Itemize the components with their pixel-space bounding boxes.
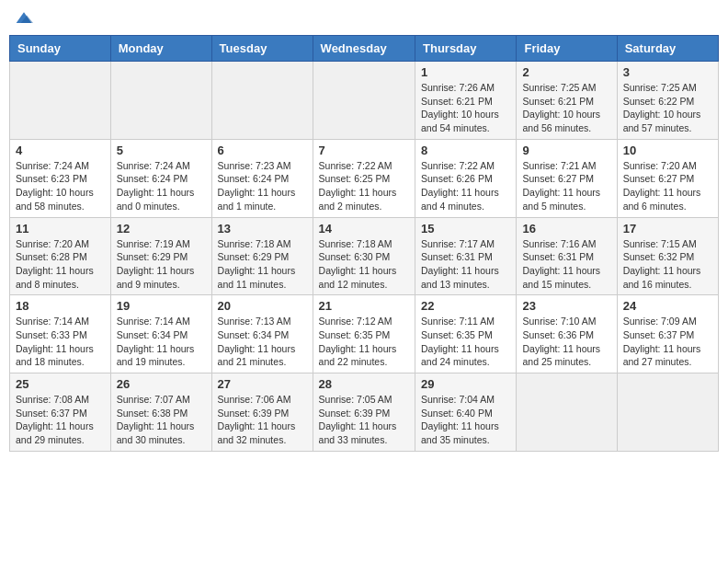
day-number: 25	[16, 377, 105, 391]
calendar-cell: 16Sunrise: 7:16 AM Sunset: 6:31 PM Dayli…	[517, 217, 617, 295]
day-number: 15	[421, 222, 510, 236]
calendar-cell: 25Sunrise: 7:08 AM Sunset: 6:37 PM Dayli…	[10, 373, 111, 452]
day-number: 22	[421, 299, 510, 313]
day-number: 6	[218, 144, 307, 157]
day-header-tuesday: Tuesday	[211, 36, 313, 62]
calendar-cell: 12Sunrise: 7:19 AM Sunset: 6:29 PM Dayli…	[110, 217, 211, 295]
calendar-cell: 24Sunrise: 7:09 AM Sunset: 6:37 PM Dayli…	[617, 295, 718, 373]
calendar-week-row: 4Sunrise: 7:24 AM Sunset: 6:23 PM Daylig…	[10, 139, 719, 217]
day-info: Sunrise: 7:19 AM Sunset: 6:29 PM Dayligh…	[117, 237, 206, 292]
calendar-cell	[617, 373, 718, 452]
calendar-cell: 5Sunrise: 7:24 AM Sunset: 6:24 PM Daylig…	[110, 139, 211, 217]
day-info: Sunrise: 7:26 AM Sunset: 6:21 PM Dayligh…	[421, 81, 510, 135]
calendar-cell: 23Sunrise: 7:10 AM Sunset: 6:36 PM Dayli…	[517, 295, 617, 373]
calendar-cell: 28Sunrise: 7:05 AM Sunset: 6:39 PM Dayli…	[313, 373, 415, 452]
logo-icon	[15, 9, 33, 28]
day-number: 21	[319, 299, 409, 313]
day-info: Sunrise: 7:24 AM Sunset: 6:23 PM Dayligh…	[16, 159, 105, 213]
day-info: Sunrise: 7:18 AM Sunset: 6:29 PM Dayligh…	[218, 237, 307, 292]
day-header-friday: Friday	[517, 36, 617, 62]
calendar-cell: 7Sunrise: 7:22 AM Sunset: 6:25 PM Daylig…	[313, 139, 415, 217]
day-header-wednesday: Wednesday	[313, 36, 415, 62]
day-info: Sunrise: 7:15 AM Sunset: 6:32 PM Dayligh…	[623, 237, 712, 292]
calendar-cell: 15Sunrise: 7:17 AM Sunset: 6:31 PM Dayli…	[415, 217, 517, 295]
calendar-week-row: 25Sunrise: 7:08 AM Sunset: 6:37 PM Dayli…	[10, 373, 719, 452]
day-info: Sunrise: 7:09 AM Sunset: 6:37 PM Dayligh…	[623, 315, 712, 369]
day-number: 27	[218, 377, 307, 391]
calendar-cell: 18Sunrise: 7:14 AM Sunset: 6:33 PM Dayli…	[10, 295, 111, 373]
calendar-header-row: SundayMondayTuesdayWednesdayThursdayFrid…	[10, 36, 719, 62]
calendar-cell: 6Sunrise: 7:23 AM Sunset: 6:24 PM Daylig…	[211, 139, 313, 217]
day-info: Sunrise: 7:08 AM Sunset: 6:37 PM Dayligh…	[16, 393, 105, 447]
calendar-cell: 20Sunrise: 7:13 AM Sunset: 6:34 PM Dayli…	[211, 295, 313, 373]
day-number: 7	[319, 144, 409, 157]
calendar-cell: 4Sunrise: 7:24 AM Sunset: 6:23 PM Daylig…	[10, 139, 111, 217]
calendar-cell: 29Sunrise: 7:04 AM Sunset: 6:40 PM Dayli…	[415, 373, 517, 452]
day-info: Sunrise: 7:20 AM Sunset: 6:27 PM Dayligh…	[623, 159, 712, 213]
day-header-saturday: Saturday	[617, 36, 718, 62]
day-info: Sunrise: 7:25 AM Sunset: 6:22 PM Dayligh…	[623, 81, 712, 135]
day-info: Sunrise: 7:20 AM Sunset: 6:28 PM Dayligh…	[16, 237, 105, 292]
day-number: 10	[623, 144, 712, 157]
day-number: 8	[421, 144, 510, 157]
day-number: 17	[623, 222, 712, 236]
day-info: Sunrise: 7:16 AM Sunset: 6:31 PM Dayligh…	[522, 237, 610, 292]
calendar-cell: 17Sunrise: 7:15 AM Sunset: 6:32 PM Dayli…	[617, 217, 718, 295]
calendar-cell: 9Sunrise: 7:21 AM Sunset: 6:27 PM Daylig…	[517, 139, 617, 217]
day-info: Sunrise: 7:14 AM Sunset: 6:33 PM Dayligh…	[16, 315, 105, 369]
day-info: Sunrise: 7:05 AM Sunset: 6:39 PM Dayligh…	[319, 393, 409, 447]
calendar-cell: 21Sunrise: 7:12 AM Sunset: 6:35 PM Dayli…	[313, 295, 415, 373]
day-number: 12	[117, 222, 206, 236]
calendar-cell: 19Sunrise: 7:14 AM Sunset: 6:34 PM Dayli…	[110, 295, 211, 373]
day-info: Sunrise: 7:06 AM Sunset: 6:39 PM Dayligh…	[218, 393, 307, 447]
day-number: 14	[319, 222, 409, 236]
day-number: 4	[16, 144, 105, 157]
calendar-cell: 13Sunrise: 7:18 AM Sunset: 6:29 PM Dayli…	[211, 217, 313, 295]
calendar-week-row: 1Sunrise: 7:26 AM Sunset: 6:21 PM Daylig…	[10, 62, 719, 140]
calendar-cell	[313, 62, 415, 140]
day-number: 20	[218, 299, 307, 313]
calendar-cell: 3Sunrise: 7:25 AM Sunset: 6:22 PM Daylig…	[617, 62, 718, 140]
day-number: 3	[623, 65, 712, 79]
page-header	[9, 9, 719, 28]
day-info: Sunrise: 7:11 AM Sunset: 6:35 PM Dayligh…	[421, 315, 510, 369]
day-number: 5	[117, 144, 206, 157]
day-number: 2	[522, 65, 610, 79]
day-header-thursday: Thursday	[415, 36, 517, 62]
calendar-cell: 2Sunrise: 7:25 AM Sunset: 6:21 PM Daylig…	[517, 62, 617, 140]
calendar-cell: 8Sunrise: 7:22 AM Sunset: 6:26 PM Daylig…	[415, 139, 517, 217]
day-info: Sunrise: 7:07 AM Sunset: 6:38 PM Dayligh…	[117, 393, 206, 447]
calendar-week-row: 11Sunrise: 7:20 AM Sunset: 6:28 PM Dayli…	[10, 217, 719, 295]
day-info: Sunrise: 7:18 AM Sunset: 6:30 PM Dayligh…	[319, 237, 409, 292]
day-info: Sunrise: 7:21 AM Sunset: 6:27 PM Dayligh…	[522, 159, 610, 213]
day-info: Sunrise: 7:25 AM Sunset: 6:21 PM Dayligh…	[522, 81, 610, 135]
day-number: 13	[218, 222, 307, 236]
day-info: Sunrise: 7:22 AM Sunset: 6:25 PM Dayligh…	[319, 159, 409, 213]
day-info: Sunrise: 7:10 AM Sunset: 6:36 PM Dayligh…	[522, 315, 610, 369]
calendar-cell: 10Sunrise: 7:20 AM Sunset: 6:27 PM Dayli…	[617, 139, 718, 217]
day-header-sunday: Sunday	[10, 36, 111, 62]
day-number: 29	[421, 377, 510, 391]
day-number: 9	[522, 144, 610, 157]
day-info: Sunrise: 7:22 AM Sunset: 6:26 PM Dayligh…	[421, 159, 510, 213]
calendar-cell	[517, 373, 617, 452]
day-info: Sunrise: 7:12 AM Sunset: 6:35 PM Dayligh…	[319, 315, 409, 369]
day-info: Sunrise: 7:24 AM Sunset: 6:24 PM Dayligh…	[117, 159, 206, 213]
day-info: Sunrise: 7:17 AM Sunset: 6:31 PM Dayligh…	[421, 237, 510, 292]
calendar-cell	[211, 62, 313, 140]
calendar-cell: 27Sunrise: 7:06 AM Sunset: 6:39 PM Dayli…	[211, 373, 313, 452]
day-info: Sunrise: 7:14 AM Sunset: 6:34 PM Dayligh…	[117, 315, 206, 369]
day-number: 23	[522, 299, 610, 313]
logo	[13, 9, 33, 28]
day-header-monday: Monday	[110, 36, 211, 62]
day-info: Sunrise: 7:13 AM Sunset: 6:34 PM Dayligh…	[218, 315, 307, 369]
day-number: 16	[522, 222, 610, 236]
calendar-cell	[10, 62, 111, 140]
calendar-cell: 1Sunrise: 7:26 AM Sunset: 6:21 PM Daylig…	[415, 62, 517, 140]
day-number: 18	[16, 299, 105, 313]
calendar-week-row: 18Sunrise: 7:14 AM Sunset: 6:33 PM Dayli…	[10, 295, 719, 373]
calendar-cell: 22Sunrise: 7:11 AM Sunset: 6:35 PM Dayli…	[415, 295, 517, 373]
day-number: 26	[117, 377, 206, 391]
day-number: 28	[319, 377, 409, 391]
day-number: 1	[421, 65, 510, 79]
